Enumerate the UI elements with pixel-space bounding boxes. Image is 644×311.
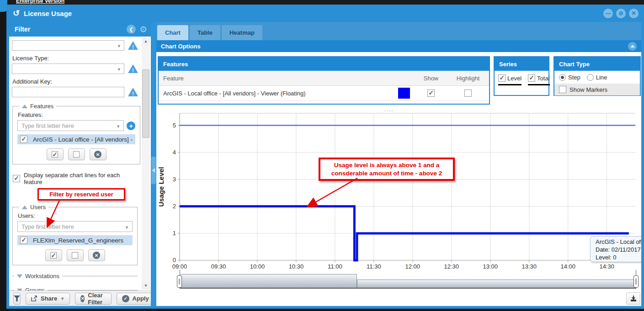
- maximize-icon[interactable]: ⊘: [616, 9, 626, 18]
- circle-check-icon: ✓: [122, 295, 129, 302]
- features-group-legend[interactable]: Features: [19, 103, 56, 110]
- line-radio[interactable]: [587, 74, 594, 81]
- filter-title: Filter: [15, 26, 30, 33]
- share-icon: [31, 295, 37, 301]
- chart-type-panel: Chart Type Step Line Show Markers: [554, 56, 641, 96]
- user-checkbox[interactable]: [20, 237, 27, 244]
- selected-feature-item[interactable]: ArcGIS - Local office - [All vendors] -: [17, 134, 135, 144]
- svg-text:0: 0: [173, 257, 176, 264]
- svg-text:11:00: 11:00: [328, 263, 342, 269]
- scrollbar-thumb[interactable]: [142, 69, 149, 138]
- time-range-slider[interactable]: [156, 269, 641, 291]
- separate-lines-label: Display separate chart lines for each fe…: [24, 172, 138, 185]
- slider-range-high[interactable]: [180, 274, 357, 288]
- groups-group-legend[interactable]: Groups: [14, 287, 48, 290]
- chevron-left-icon: [152, 168, 155, 173]
- slider-baseline: [180, 288, 636, 289]
- scroll-up-icon[interactable]: ▲: [142, 37, 150, 45]
- step-radio[interactable]: [559, 74, 566, 81]
- show-markers-checkbox[interactable]: [559, 86, 566, 93]
- line-label: Line: [596, 74, 607, 81]
- circle-x-icon: ✕: [93, 252, 100, 259]
- tab-table[interactable]: Table: [190, 25, 220, 40]
- filter-funnel-button[interactable]: [13, 293, 21, 305]
- feature-checkbox[interactable]: [20, 136, 27, 143]
- slider-range-low[interactable]: [357, 279, 636, 288]
- features-panel-title: Features: [159, 57, 489, 71]
- scroll-down-icon[interactable]: ▼: [142, 282, 150, 290]
- license-type-select[interactable]: ▼: [12, 63, 124, 74]
- gear-icon[interactable]: ⚙: [139, 25, 147, 34]
- selected-user-item[interactable]: FLEXlm_Reserved_G_engineers: [17, 235, 133, 245]
- users-combo-input[interactable]: Type first letter here ▼: [17, 221, 133, 232]
- minimize-icon[interactable]: —: [603, 9, 613, 18]
- tab-heatmap[interactable]: Heatmap: [222, 25, 262, 40]
- separate-lines-checkbox[interactable]: [13, 175, 20, 182]
- svg-text:1: 1: [173, 230, 176, 237]
- panel-splitter[interactable]: [151, 22, 156, 306]
- chart-options-bar: Chart Options: [156, 40, 641, 52]
- splitter-collapse-handle[interactable]: [151, 157, 156, 184]
- checkbox-checked-icon: [50, 252, 57, 258]
- warning-icon: [128, 88, 138, 96]
- uncheck-all-button[interactable]: [68, 148, 85, 160]
- red-arrow: [293, 175, 367, 212]
- features-combo-input[interactable]: Type first letter here ▼: [17, 120, 124, 131]
- splitter-grip-icon[interactable]: ····: [384, 107, 394, 114]
- level-checkbox[interactable]: [498, 74, 506, 82]
- additional-key-input[interactable]: [12, 87, 124, 97]
- add-feature-icon[interactable]: +: [127, 121, 135, 130]
- usage-level-chart[interactable]: 09:0009:3010:0010:3011:0011:3012:0012:30…: [156, 108, 641, 269]
- share-button[interactable]: Share▼: [26, 293, 70, 305]
- chart-tooltip: ArcGIS - Local offic Date: 02/11/2017 15…: [590, 236, 641, 262]
- features-table-header: Feature Show Highlight: [159, 71, 489, 86]
- window-titlebar: ↺ License Usage — ⊘ ✕: [6, 5, 644, 22]
- uncheck-all-button[interactable]: [67, 249, 84, 261]
- warning-icon: [128, 41, 138, 50]
- checkbox-checked-icon: [52, 151, 58, 158]
- show-markers-label: Show Markers: [569, 86, 607, 93]
- show-checkbox[interactable]: [427, 90, 435, 97]
- filter-scrollbar[interactable]: ▲ ▼: [142, 37, 150, 290]
- groups-group: Groups: [12, 287, 138, 290]
- funnel-icon: [14, 295, 20, 301]
- svg-text:12:30: 12:30: [444, 263, 459, 269]
- enterprise-version-label: Enterprise Version: [16, 0, 64, 4]
- checkbox-empty-icon: [72, 252, 78, 258]
- apply-button[interactable]: ✓ Apply: [117, 293, 154, 305]
- slider-right-handle[interactable]: [633, 275, 639, 288]
- feature-color-swatch[interactable]: [398, 88, 410, 99]
- chevron-down-icon: ▼: [60, 296, 64, 301]
- clear-filter-button[interactable]: ✕ Clear Filter: [75, 293, 112, 305]
- clear-selection-button[interactable]: ✕: [88, 249, 105, 261]
- column-feature: Feature: [159, 75, 393, 82]
- highlight-checkbox[interactable]: [464, 90, 472, 97]
- clear-selection-button[interactable]: ✕: [90, 148, 106, 160]
- collapse-down-icon: [17, 274, 22, 278]
- tab-chart[interactable]: Chart: [157, 25, 188, 40]
- svg-text:2: 2: [173, 203, 176, 210]
- svg-text:14:00: 14:00: [560, 263, 575, 269]
- collapse-left-icon[interactable]: ❮: [127, 25, 136, 34]
- collapse-up-icon[interactable]: [628, 42, 637, 51]
- unlabeled-select[interactable]: ▼: [12, 40, 124, 51]
- download-icon: [630, 295, 637, 302]
- svg-text:13:00: 13:00: [483, 263, 498, 269]
- window-controls: — ⊘ ✕: [603, 9, 639, 18]
- chart-type-title: Chart Type: [554, 57, 640, 71]
- workstations-group-legend[interactable]: Workstations: [14, 273, 62, 279]
- additional-key-label: Additional Key:: [12, 78, 138, 85]
- download-chart-button[interactable]: [626, 292, 640, 305]
- svg-text:Usage Level: Usage Level: [157, 167, 165, 207]
- svg-text:09:00: 09:00: [172, 263, 187, 269]
- svg-text:4: 4: [173, 149, 176, 156]
- close-icon[interactable]: ✕: [629, 9, 639, 18]
- slider-left-handle[interactable]: [177, 275, 182, 288]
- desktop-top-strip: Enterprise Version: [0, 0, 644, 5]
- svg-text:11:30: 11:30: [367, 263, 381, 269]
- tab-bar: Chart Table Heatmap: [156, 22, 641, 40]
- chevron-down-icon: ▼: [125, 225, 129, 230]
- check-all-button[interactable]: [45, 249, 62, 261]
- check-all-button[interactable]: [47, 148, 64, 160]
- total-checkbox[interactable]: [528, 74, 535, 82]
